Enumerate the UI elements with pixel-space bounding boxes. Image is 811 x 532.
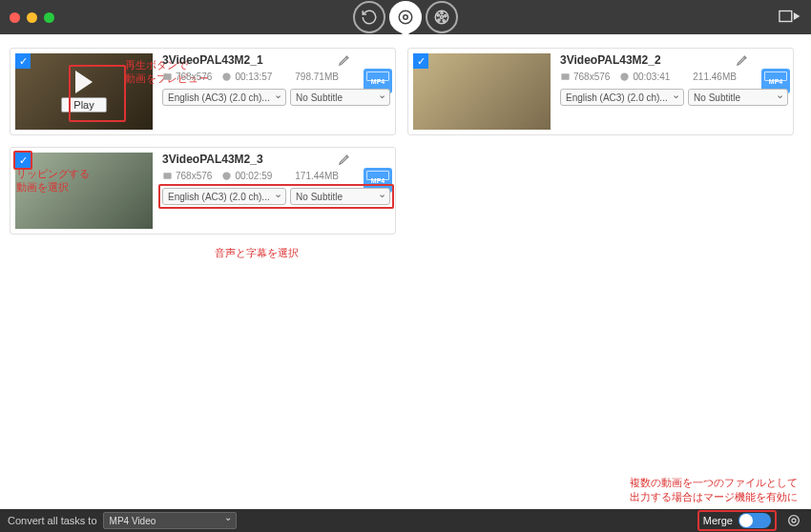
select-checkbox[interactable]: ✓ <box>15 153 31 168</box>
video-thumbnail[interactable] <box>15 153 153 229</box>
top-mode-tabs <box>353 1 458 33</box>
video-title: 3VideoPAL43M2_1 <box>162 53 390 67</box>
output-format-select[interactable]: MP4 Video <box>103 512 237 529</box>
window-controls <box>10 12 54 23</box>
svg-point-13 <box>621 72 629 80</box>
video-stats: 768x576 00:02:59 171.44MB <box>162 171 390 181</box>
edit-icon[interactable] <box>736 52 750 69</box>
merge-control: Merge <box>697 510 777 531</box>
video-list: Play ✓ 再生ボタンで 動画をプレビュー 3VideoPAL43M2_1 7… <box>0 34 811 509</box>
tab-disc[interactable] <box>389 1 422 33</box>
audio-select[interactable]: English (AC3) (2.0 ch)... <box>162 188 286 205</box>
svg-point-6 <box>443 20 445 22</box>
video-stats: 768x576 00:03:41 211.46MB <box>560 72 788 82</box>
svg-rect-12 <box>561 73 569 79</box>
svg-point-17 <box>792 519 796 522</box>
svg-point-3 <box>441 16 444 19</box>
video-title: 3VideoPAL43M2_2 <box>560 53 788 67</box>
svg-point-1 <box>404 15 408 20</box>
video-card: Play ✓ 再生ボタンで 動画をプレビュー 3VideoPAL43M2_1 7… <box>10 48 396 135</box>
subtitle-select[interactable]: No Subtitle <box>290 188 390 205</box>
select-checkbox[interactable]: ✓ <box>15 53 31 69</box>
edit-icon[interactable] <box>338 152 352 168</box>
audio-select[interactable]: English (AC3) (2.0 ch)... <box>560 89 684 106</box>
minimize-window[interactable] <box>27 12 37 23</box>
video-card: ✓ 3VideoPAL43M2_2 768x576 00:03:41 211.4… <box>407 48 794 135</box>
svg-point-11 <box>223 72 231 80</box>
svg-rect-14 <box>163 173 171 178</box>
convert-all-label: Convert all tasks to <box>8 515 97 526</box>
video-title: 3VideoPAL43M2_3 <box>162 153 390 166</box>
footer-bar: Convert all tasks to MP4 Video Merge <box>0 509 811 532</box>
video-card: ✓ リッピングする 動画を選択 3VideoPAL43M2_3 768x576 … <box>10 147 396 235</box>
svg-point-0 <box>399 10 412 24</box>
subtitle-select[interactable]: No Subtitle <box>688 89 788 106</box>
annotation-merge: 複数の動画を一つのファイルとして 出力する場合はマージ機能を有効に <box>630 476 798 503</box>
svg-rect-9 <box>780 11 792 22</box>
zoom-window[interactable] <box>44 12 54 23</box>
queue-icon[interactable] <box>779 8 800 27</box>
svg-point-15 <box>223 172 231 179</box>
video-stats: 768x576 00:13:57 798.71MB <box>162 72 390 82</box>
video-thumbnail[interactable] <box>413 53 551 130</box>
titlebar <box>0 0 811 34</box>
svg-rect-10 <box>163 73 171 79</box>
audio-select[interactable]: English (AC3) (2.0 ch)... <box>162 89 286 106</box>
tab-refresh[interactable] <box>353 1 385 33</box>
svg-point-8 <box>437 14 439 16</box>
edit-icon[interactable] <box>338 52 352 69</box>
merge-label: Merge <box>703 515 733 526</box>
settings-icon[interactable] <box>784 511 803 530</box>
svg-point-5 <box>445 14 447 16</box>
annotation-audio-sub: 音声と字幕を選択 <box>215 246 299 259</box>
svg-point-4 <box>441 11 443 13</box>
annotation-box <box>69 65 126 122</box>
merge-toggle[interactable] <box>738 513 771 528</box>
close-window[interactable] <box>10 12 20 23</box>
svg-point-7 <box>438 19 440 21</box>
svg-point-16 <box>789 516 800 526</box>
subtitle-select[interactable]: No Subtitle <box>290 89 390 106</box>
tab-film[interactable] <box>426 1 458 33</box>
select-checkbox[interactable]: ✓ <box>413 53 428 69</box>
